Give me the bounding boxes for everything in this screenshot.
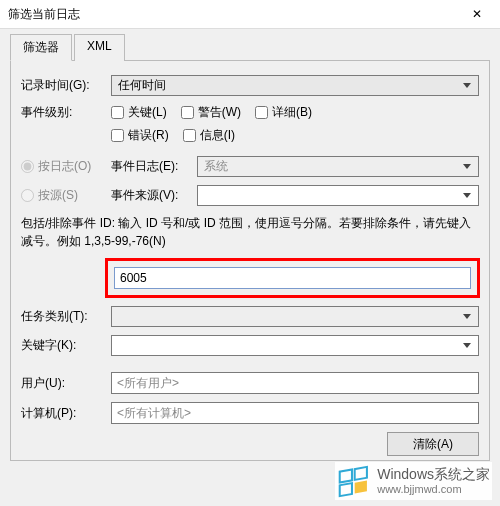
watermark: Windows系统之家 www.bjjmwd.com [335, 462, 492, 500]
checkbox-warning-input[interactable] [181, 106, 194, 119]
radio-by-source-input [21, 189, 34, 202]
label-computer: 计算机(P): [21, 405, 111, 422]
radio-by-log-label: 按日志(O) [38, 158, 91, 175]
watermark-sub1: 系统之家 [434, 466, 490, 482]
chevron-down-icon [460, 160, 474, 174]
svg-rect-1 [355, 467, 367, 480]
user-input[interactable] [111, 372, 479, 394]
titlebar: 筛选当前日志 [0, 0, 500, 29]
tab-body: 记录时间(G): 任何时间 事件级别: 关键(L) 警告(W) [10, 61, 490, 461]
tab-xml[interactable]: XML [74, 34, 125, 61]
checkbox-warning-label: 警告(W) [198, 104, 241, 121]
radio-by-log: 按日志(O) [21, 158, 91, 175]
checkbox-info-label: 信息(I) [200, 127, 235, 144]
checkbox-error[interactable]: 错误(R) [111, 127, 169, 144]
checkbox-error-label: 错误(R) [128, 127, 169, 144]
event-id-help: 包括/排除事件 ID: 输入 ID 号和/或 ID 范围，使用逗号分隔。若要排除… [21, 214, 479, 250]
label-logged: 记录时间(G): [21, 77, 111, 94]
event-id-input[interactable] [114, 267, 471, 289]
label-event-sources: 事件来源(V): [111, 187, 197, 204]
tab-xml-label: XML [87, 39, 112, 53]
close-icon [472, 7, 482, 21]
task-category-dropdown [111, 306, 479, 327]
event-sources-dropdown[interactable] [197, 185, 479, 206]
label-keywords: 关键字(K): [21, 337, 111, 354]
event-log-value: 系统 [204, 158, 228, 175]
close-button[interactable] [456, 1, 498, 27]
event-log-dropdown: 系统 [197, 156, 479, 177]
checkbox-verbose-input[interactable] [255, 106, 268, 119]
logged-dropdown[interactable]: 任何时间 [111, 75, 479, 96]
event-id-highlight [105, 258, 480, 298]
svg-rect-0 [340, 470, 352, 483]
tabstrip: 筛选器 XML [10, 33, 490, 61]
checkbox-error-input[interactable] [111, 129, 124, 142]
windows-logo-icon [337, 464, 371, 498]
checkbox-warning[interactable]: 警告(W) [181, 104, 241, 121]
watermark-url: www.bjjmwd.com [377, 483, 490, 495]
client-area: 筛选器 XML 记录时间(G): 任何时间 事件级别: 关键(L) [0, 29, 500, 461]
radio-by-source-label: 按源(S) [38, 187, 78, 204]
chevron-down-icon [460, 189, 474, 203]
label-event-log: 事件日志(E): [111, 158, 197, 175]
label-user: 用户(U): [21, 375, 111, 392]
chevron-down-icon [460, 339, 474, 353]
checkbox-info-input[interactable] [183, 129, 196, 142]
checkbox-critical-input[interactable] [111, 106, 124, 119]
computer-input[interactable] [111, 402, 479, 424]
chevron-down-icon [460, 310, 474, 324]
clear-button[interactable]: 清除(A) [387, 432, 479, 456]
window-title: 筛选当前日志 [8, 6, 80, 23]
label-task-category: 任务类别(T): [21, 308, 111, 325]
tab-filter[interactable]: 筛选器 [10, 34, 72, 61]
checkbox-verbose[interactable]: 详细(B) [255, 104, 312, 121]
radio-by-log-input [21, 160, 34, 173]
checkbox-critical[interactable]: 关键(L) [111, 104, 167, 121]
keywords-dropdown[interactable] [111, 335, 479, 356]
chevron-down-icon [460, 79, 474, 93]
clear-button-label: 清除(A) [413, 436, 453, 453]
svg-rect-2 [340, 483, 352, 496]
logged-dropdown-value: 任何时间 [118, 77, 166, 94]
checkbox-verbose-label: 详细(B) [272, 104, 312, 121]
svg-rect-3 [355, 480, 367, 493]
checkbox-critical-label: 关键(L) [128, 104, 167, 121]
tab-filter-label: 筛选器 [23, 40, 59, 54]
watermark-brand: Windows [377, 466, 434, 482]
label-level: 事件级别: [21, 104, 111, 121]
checkbox-info[interactable]: 信息(I) [183, 127, 235, 144]
radio-by-source: 按源(S) [21, 187, 78, 204]
